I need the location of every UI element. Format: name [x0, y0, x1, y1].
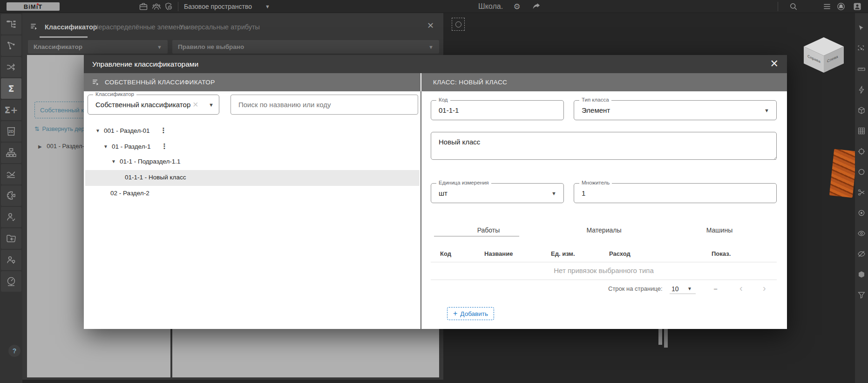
- row-menu-icon[interactable]: ⋮: [160, 126, 167, 135]
- ruler-icon[interactable]: [857, 65, 866, 74]
- circle-tool-icon[interactable]: [857, 168, 866, 176]
- code-field[interactable]: Код: [431, 100, 564, 120]
- list-icon[interactable]: [822, 2, 832, 11]
- multiplier-input[interactable]: [574, 189, 776, 197]
- unit-select[interactable]: Единица измерения шт ▼: [431, 183, 564, 203]
- tree-row-label: 01-1-1 - Новый класс: [125, 174, 186, 181]
- tab-universal-attributes[interactable]: Универсальные атрибуты: [179, 23, 260, 31]
- connections-icon[interactable]: [1, 57, 21, 77]
- expand-tree-label: Развернуть дере: [42, 126, 88, 132]
- dialog-close-icon[interactable]: ✕: [770, 59, 779, 69]
- tree-expanded-icon[interactable]: ▼: [103, 144, 108, 149]
- briefcase-icon[interactable]: [139, 2, 148, 11]
- grid-icon[interactable]: [857, 127, 866, 135]
- workspace-selector[interactable]: Базовое пространство ▼: [184, 3, 270, 10]
- folder-share-icon[interactable]: [1, 228, 21, 249]
- close-panel-icon[interactable]: ✕: [427, 21, 434, 31]
- tree-expanded-icon[interactable]: ▼: [95, 128, 100, 133]
- add-binding-button-label: Добавить: [460, 310, 488, 317]
- cursor-select-icon[interactable]: [857, 24, 866, 33]
- chevron-down-icon: ▼: [265, 4, 270, 9]
- tab-machines[interactable]: Машины: [662, 226, 777, 234]
- shield-clock-icon[interactable]: [164, 2, 173, 11]
- expand-collapse-icon: ⇅: [34, 125, 39, 132]
- relations-icon[interactable]: [1, 35, 21, 56]
- team-icon[interactable]: [152, 2, 161, 11]
- chevron-down-icon[interactable]: ▼: [209, 102, 214, 108]
- tree-row[interactable]: ▼ 01-1 - Подраздел-1.1: [111, 158, 181, 165]
- box-icon[interactable]: [857, 106, 866, 115]
- dialog-titlebar: Управление классификаторами: [84, 55, 787, 73]
- tab-materials[interactable]: Материалы: [546, 226, 662, 234]
- area-select-icon[interactable]: [452, 18, 465, 31]
- doc-2d-icon[interactable]: 2D: [1, 121, 21, 142]
- tree-row[interactable]: 02 - Раздел-2: [110, 190, 149, 197]
- chevron-down-icon[interactable]: ▼: [551, 191, 556, 196]
- tree-row[interactable]: ▼ 001 - Раздел-01 ⋮: [95, 126, 167, 135]
- hide-eye-icon[interactable]: [857, 250, 866, 258]
- class-name-field[interactable]: Новый класс: [431, 132, 777, 160]
- row-menu-icon[interactable]: ⋮: [161, 142, 168, 150]
- tree-search-input[interactable]: [231, 101, 418, 109]
- chevron-down-icon[interactable]: ▼: [687, 286, 692, 291]
- org-chart-icon[interactable]: [1, 143, 21, 163]
- multiplier-field[interactable]: Множитель: [574, 183, 777, 203]
- panel-menu-icon[interactable]: [30, 22, 39, 31]
- active-tab-underline: [40, 36, 88, 38]
- model-column: [658, 329, 662, 345]
- bolt-icon[interactable]: [857, 86, 866, 94]
- table-footer-border: [431, 280, 777, 280]
- filter-funnel-icon[interactable]: [857, 291, 866, 299]
- summary-icon-active[interactable]: Σ: [1, 78, 21, 99]
- account-icon[interactable]: [853, 2, 862, 11]
- show-eye-icon[interactable]: [857, 229, 866, 238]
- classifier-select-value: Собственный классификатор: [88, 101, 190, 109]
- tree-row-label: 01 - Раздел-1: [112, 143, 151, 150]
- classifier-select[interactable]: Классификатор Собственный классификатор …: [88, 95, 219, 115]
- notifications-icon[interactable]: [836, 2, 846, 11]
- background-tree-item[interactable]: ▶ 001 - Раздел-01: [38, 143, 91, 150]
- fit-frame-icon[interactable]: [857, 45, 866, 53]
- next-page-icon[interactable]: ›: [763, 283, 766, 294]
- multiplier-label: Множитель: [579, 180, 612, 185]
- clear-icon[interactable]: ×: [193, 99, 198, 110]
- tree-row[interactable]: ▼ 01 - Раздел-1 ⋮: [103, 142, 168, 150]
- tab-classifier[interactable]: Классификатор: [45, 23, 97, 31]
- share-icon[interactable]: [532, 2, 541, 11]
- trend-lines-icon[interactable]: [1, 164, 21, 185]
- rule-dropdown[interactable]: Правило не выбрано ▼: [172, 40, 439, 54]
- user-check-icon[interactable]: [1, 207, 21, 227]
- model-fragment: [829, 149, 857, 198]
- search-icon[interactable]: [789, 2, 798, 11]
- view-cube[interactable]: Справа Слева: [804, 37, 844, 73]
- left-section-header: СОБСТВЕННЫЙ КЛАССИФИКАТОР: [84, 73, 420, 91]
- target-icon[interactable]: [857, 147, 866, 156]
- code-input[interactable]: [431, 106, 563, 114]
- plugins-icon[interactable]: [1, 185, 21, 206]
- workspace-selector-label: Базовое пространство: [184, 3, 252, 10]
- class-type-select[interactable]: Тип класса Элемент ▼: [574, 100, 777, 120]
- help-button[interactable]: ?: [8, 345, 20, 357]
- expand-tree-link[interactable]: ⇅ Развернуть дере: [34, 125, 88, 132]
- tree-search-field[interactable]: [231, 95, 418, 115]
- tree-row-selected[interactable]: 01-1-1 - Новый класс: [125, 174, 186, 181]
- model-tree-icon[interactable]: [1, 14, 21, 34]
- classifier-dropdown[interactable]: Классификатор ▼: [28, 40, 168, 54]
- chevron-down-icon[interactable]: ▼: [764, 108, 769, 113]
- summary-add-icon[interactable]: Σ+: [1, 100, 21, 120]
- tab-unassigned-elements[interactable]: Нераспределённые элементы: [94, 23, 188, 31]
- add-binding-button[interactable]: + Добавить: [447, 307, 494, 320]
- dashboard-gauge-icon[interactable]: [1, 271, 21, 292]
- section-menu-icon[interactable]: [92, 78, 100, 87]
- section-cut-icon[interactable]: [857, 188, 866, 197]
- cube-3d-icon[interactable]: [857, 270, 866, 279]
- chevron-down-icon: ▼: [157, 44, 162, 50]
- gear-icon[interactable]: ⚙: [512, 2, 522, 12]
- focus-point-icon[interactable]: [857, 209, 866, 217]
- tab-works[interactable]: Работы: [431, 226, 546, 234]
- user-location-icon[interactable]: [1, 250, 21, 270]
- rows-per-page-select[interactable]: 10: [671, 285, 679, 293]
- tree-expanded-icon[interactable]: ▼: [111, 159, 116, 164]
- previous-page-icon[interactable]: ‹: [739, 283, 743, 294]
- classifier-select-label: Классификатор: [93, 91, 136, 97]
